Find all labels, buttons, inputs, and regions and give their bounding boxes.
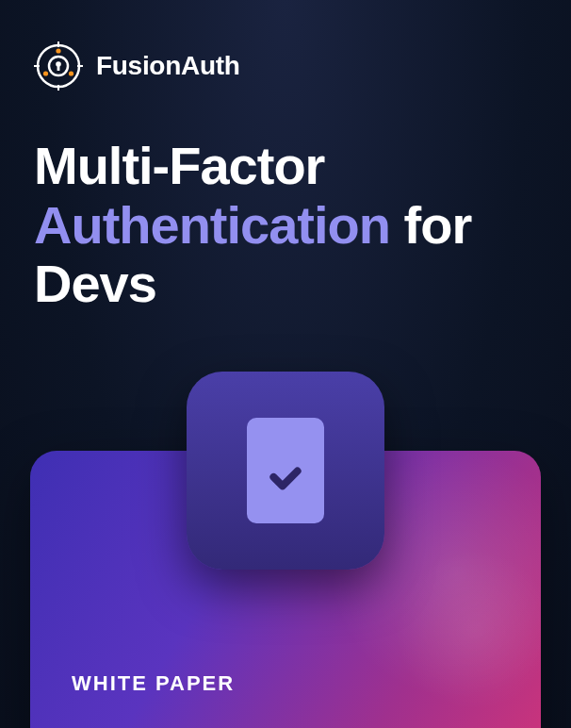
svg-rect-3 xyxy=(34,65,40,67)
svg-rect-2 xyxy=(57,85,59,91)
document-type-label: WHITE PAPER xyxy=(72,671,235,696)
brand-name: FusionAuth xyxy=(96,51,240,81)
title-part1: Multi-Factor xyxy=(34,136,324,195)
page-title: Multi-Factor Authentication for Devs xyxy=(34,137,537,314)
card-icon xyxy=(247,418,324,523)
checkmark-icon xyxy=(268,462,303,498)
brand-logo-mark xyxy=(34,41,83,91)
svg-point-6 xyxy=(69,71,73,75)
title-accent: Authentication xyxy=(34,195,390,255)
svg-rect-4 xyxy=(77,65,83,67)
svg-point-5 xyxy=(56,48,60,53)
svg-rect-10 xyxy=(57,65,60,71)
brand-logo: FusionAuth xyxy=(34,41,240,91)
title-part3: Devs xyxy=(34,254,156,313)
svg-point-7 xyxy=(43,71,48,75)
title-part2: for xyxy=(404,195,472,255)
svg-rect-1 xyxy=(57,41,59,47)
hero-icon-tile xyxy=(187,372,384,570)
